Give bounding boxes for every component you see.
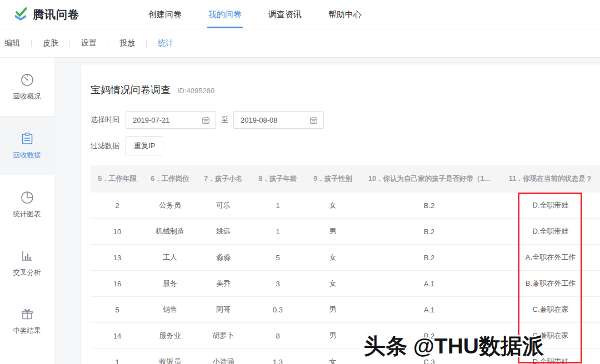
table-cell: 3 <box>251 271 305 297</box>
table-cell: 男 <box>305 297 361 323</box>
table-cell: 1 <box>91 349 144 364</box>
table-cell: A.1 <box>361 297 498 323</box>
sidebar-item-lottery-results[interactable]: 中奖结果 <box>0 292 54 350</box>
date-range-to-label: 至 <box>221 115 228 125</box>
filter-data-label: 过滤数据 <box>91 141 119 151</box>
content-area: 回收概况 回收数据 统计图表 <box>0 58 600 364</box>
calendar-icon <box>202 116 210 124</box>
table-cell: 服务 <box>144 271 196 297</box>
table-header-row: 5．工作年限 6．工作岗位 7．孩子小名 8．孩子年龄 9．孩子性别 10．你认… <box>91 165 600 193</box>
brand-name: 腾讯问卷 <box>33 7 79 22</box>
nav-item-help-center[interactable]: 帮助中心 <box>315 0 375 29</box>
survey-id: ID:4095280 <box>177 87 214 95</box>
table-cell: B.兼职在外工作 <box>498 271 600 297</box>
col-header-child-gender[interactable]: 9．孩子性别 <box>305 165 361 193</box>
table-cell: B.2 <box>361 193 498 219</box>
time-filter-label: 选择时间 <box>91 115 119 125</box>
table-cell: 女 <box>305 349 361 364</box>
table-cell: 16 <box>91 271 144 297</box>
table-cell: 阿哥 <box>196 297 251 323</box>
watermark-text: 头条 @THU数据派 <box>364 331 544 361</box>
table-row: 16服务美乔3女A.1B.兼职在外工作 <box>91 271 600 297</box>
table-cell: 10 <box>91 219 144 245</box>
table-cell: 8 <box>251 323 305 349</box>
subnav-item-statistics[interactable]: 统计 <box>147 38 184 48</box>
sidebar: 回收概况 回收数据 统计图表 <box>0 58 54 364</box>
sidebar-item-label: 回收概况 <box>13 92 41 102</box>
nav-item-my-surveys[interactable]: 我的问卷 <box>195 0 255 29</box>
sidebar-item-label: 回收数据 <box>13 151 41 160</box>
table-cell: B.2 <box>361 219 498 245</box>
table-cell: 14 <box>91 323 144 349</box>
table-cell: 男 <box>305 323 361 349</box>
table-cell: D.全职带娃 <box>498 219 600 245</box>
table-cell: 公务员 <box>144 193 196 219</box>
sidebar-item-recycle-overview[interactable]: 回收概况 <box>0 58 54 116</box>
table-cell: C.兼职在家 <box>498 297 600 323</box>
survey-title: 宝妈情况问卷调查 <box>91 83 171 97</box>
date-filter-row: 选择时间 2019-07-21 至 2019-08-08 <box>91 111 600 129</box>
table-cell: 男 <box>305 219 361 245</box>
sidebar-item-cross-analysis[interactable]: 交叉分析 <box>0 234 54 292</box>
gauge-icon <box>20 73 34 87</box>
col-header-job-position[interactable]: 6．工作岗位 <box>144 165 196 193</box>
table-cell: 美乔 <box>196 271 251 297</box>
table-cell: 5 <box>91 297 144 323</box>
table-cell: 工人 <box>144 245 196 271</box>
nav-item-create-survey[interactable]: 创建问卷 <box>135 0 195 29</box>
sidebar-item-recycle-data[interactable]: 回收数据 <box>0 116 54 175</box>
date-to-input[interactable]: 2019-08-08 <box>233 111 324 129</box>
table-cell: 机械制造 <box>144 219 196 245</box>
table-cell: 女 <box>305 245 361 271</box>
table-cell: 2 <box>91 193 144 219</box>
table-cell: 可乐 <box>196 193 251 219</box>
subnav-item-edit[interactable]: 编辑 <box>4 38 31 48</box>
gift-icon <box>20 307 34 321</box>
table-cell: 13 <box>91 245 144 271</box>
date-from-value: 2019-07-21 <box>133 116 202 124</box>
col-header-current-status[interactable]: 11．你现在当前的状态是？ <box>498 165 600 193</box>
table-cell: 收银员 <box>144 349 196 364</box>
subnav-item-settings[interactable]: 设置 <box>70 38 108 48</box>
table-cell: B.2 <box>361 245 498 271</box>
survey-header: 宝妈情况问卷调查 ID:4095280 <box>91 64 600 97</box>
col-header-child-easy[interactable]: 10．你认为自己家的孩子是否好带（1... <box>361 165 498 193</box>
nav-item-survey-news[interactable]: 调查资讯 <box>255 0 315 29</box>
col-header-child-nickname[interactable]: 7．孩子小名 <box>196 165 251 193</box>
table-cell: 服务业 <box>144 323 196 349</box>
app-window: 腾讯问卷 创建问卷 我的问卷 调查资讯 帮助中心 编辑 皮肤 设置 投放 统计 <box>0 0 600 364</box>
table-row: 13工人淼淼5女B.2A.全职在外工作 <box>91 245 600 271</box>
top-nav-items: 创建问卷 我的问卷 调查资讯 帮助中心 <box>135 0 375 29</box>
col-header-child-age[interactable]: 8．孩子年龄 <box>251 165 305 193</box>
sub-navbar: 编辑 皮肤 设置 投放 统计 <box>0 29 600 58</box>
check-tray-icon <box>12 6 29 23</box>
table-row: 5销售阿哥0.3男A.1C.兼职在家 <box>91 297 600 323</box>
subnav-item-skin[interactable]: 皮肤 <box>32 38 69 48</box>
col-header-work-years[interactable]: 5．工作年限 <box>91 165 144 193</box>
sidebar-item-label: 统计图表 <box>13 210 41 219</box>
calendar-icon <box>309 116 318 124</box>
bar-chart-icon <box>20 249 34 263</box>
table-cell: 胡萝卜 <box>196 323 251 349</box>
table-cell: 1.3 <box>251 349 305 364</box>
table-cell: 5 <box>251 245 305 271</box>
sidebar-item-label: 交叉分析 <box>13 268 41 277</box>
sidebar-item-label: 中奖结果 <box>13 326 41 336</box>
subnav-item-publish[interactable]: 投放 <box>108 38 146 48</box>
table-cell: 淼淼 <box>196 245 251 271</box>
date-to-value: 2019-08-08 <box>241 116 309 124</box>
table-cell: D.全职带娃 <box>498 193 600 219</box>
sidebar-item-statistic-charts[interactable]: 统计图表 <box>0 175 54 234</box>
table-cell: 小诗涵 <box>196 349 251 364</box>
table-cell: 姚远 <box>196 219 251 245</box>
duplicate-ip-button[interactable]: 重复IP <box>126 136 163 155</box>
table-cell: 女 <box>305 193 361 219</box>
brand-logo[interactable]: 腾讯问卷 <box>12 6 79 23</box>
table-cell: A.全职在外工作 <box>498 245 600 271</box>
table-row: 10机械制造姚远1男B.2D.全职带娃 <box>91 219 600 245</box>
date-from-input[interactable]: 2019-07-21 <box>126 111 216 129</box>
pie-chart-icon <box>20 190 34 205</box>
clipboard-icon <box>20 132 34 146</box>
data-filter-row: 过滤数据 重复IP <box>91 136 600 155</box>
table-cell: 女 <box>305 271 361 297</box>
